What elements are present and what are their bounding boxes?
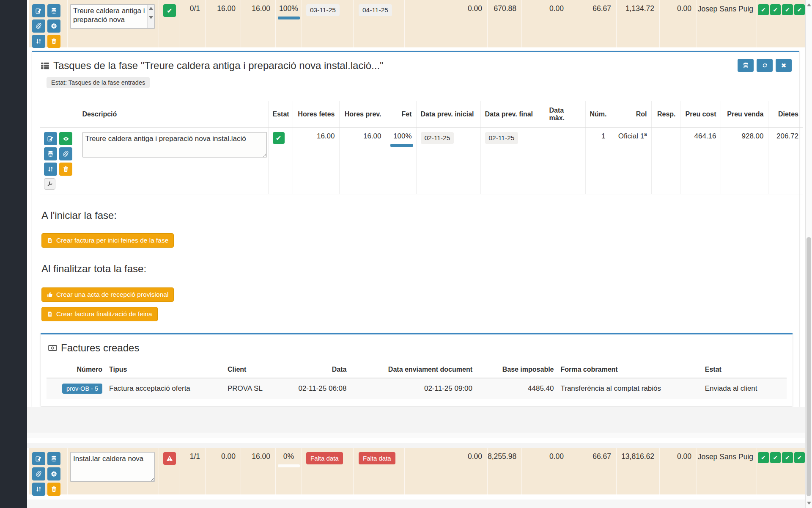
col-fet: Fet xyxy=(386,101,416,128)
phase-status-check-button[interactable]: ✔ xyxy=(163,4,176,17)
factures-table: Número Tipus Client Data Data enviament … xyxy=(47,362,787,399)
phase-cost-4: 66.67 xyxy=(569,448,617,494)
trash-icon[interactable] xyxy=(59,163,72,176)
check-toggle-4[interactable]: ✔ xyxy=(794,452,805,463)
scrollbar-up-icon[interactable] xyxy=(807,3,811,6)
sort-icon[interactable] xyxy=(32,483,45,496)
task-status-check-button[interactable]: ✔ xyxy=(273,132,285,144)
col-tipus: Tipus xyxy=(106,362,224,378)
col-data-max: Data màx. xyxy=(545,101,585,128)
sort-icon[interactable] xyxy=(44,163,57,176)
create-final-invoice-label: Crear factura finalització de feina xyxy=(56,310,152,318)
phase-hores-fetes: 0.00 xyxy=(206,448,241,494)
eye-icon[interactable] xyxy=(59,132,72,145)
sort-icon[interactable] xyxy=(32,35,45,48)
col-data: Data xyxy=(280,362,350,378)
phase-cost-2: 8,255.98 xyxy=(488,448,522,494)
phase-description-input[interactable]: Instal.lar caldera nova xyxy=(70,452,155,482)
scroll-down-icon[interactable] xyxy=(149,16,153,19)
on-finish-label: Al finalitzar tota la fase: xyxy=(41,263,792,275)
panel-refresh-button[interactable] xyxy=(757,59,773,72)
data-prev-inicial-missing-badge[interactable]: Falta data xyxy=(306,452,343,464)
data-prev-final-field[interactable]: 04-11-25 xyxy=(359,4,392,16)
check-toggle-4[interactable]: ✔ xyxy=(794,4,805,15)
task-data-prev-final-field[interactable]: 02-11-25 xyxy=(485,132,518,144)
data-prev-final-missing-badge[interactable]: Falta data xyxy=(359,452,395,464)
textarea-scrollbar[interactable] xyxy=(147,5,154,28)
task-data-prev-inicial-field[interactable]: 02-11-25 xyxy=(421,132,454,144)
phase-cost-1: 0.00 xyxy=(440,0,488,47)
factura-numero-badge[interactable]: prov-OB - 5 xyxy=(62,384,102,394)
factura-estat: Enviada al client xyxy=(702,378,787,399)
factura-data-enviament: 02-11-25 09:00 xyxy=(350,378,476,399)
task-preu-cost: 464.16 xyxy=(680,128,721,194)
factura-data: 02-11-25 06:08 xyxy=(280,378,350,399)
task-description-input[interactable]: Treure caldera antiga i preparació nova … xyxy=(82,132,267,157)
vertical-scrollbar[interactable] xyxy=(805,0,812,508)
col-actions xyxy=(40,101,78,128)
check-toggle-1[interactable]: ✔ xyxy=(758,4,769,15)
col-num: Núm. xyxy=(585,101,610,128)
database-icon[interactable] xyxy=(47,4,60,17)
phase-fet-percent: 0% xyxy=(283,452,294,461)
col-data-prev-inicial: Data prev. inicial xyxy=(416,101,480,128)
banknote-icon xyxy=(48,344,57,352)
create-final-invoice-button[interactable]: Crear factura finalització de feina xyxy=(41,307,158,321)
factura-base-imposable: 4485.40 xyxy=(476,378,557,399)
panel-database-button[interactable] xyxy=(738,59,754,72)
scroll-up-icon[interactable] xyxy=(149,7,153,10)
tasks-panel-title: Tasques de la fase "Treure caldera antig… xyxy=(53,60,384,72)
paperclip-icon[interactable] xyxy=(32,467,45,480)
panel-close-button[interactable]: ✖ xyxy=(776,59,792,72)
task-num: 1 xyxy=(585,128,610,194)
phase-cost-4: 66.67 xyxy=(569,0,617,47)
edit-icon[interactable] xyxy=(32,4,45,17)
phase-bottom-actions xyxy=(29,448,68,494)
create-start-invoice-button[interactable]: Crear factura per inici feines de la fas… xyxy=(41,233,174,248)
task-row: Treure caldera antiga i preparació nova … xyxy=(40,128,803,194)
check-toggle-2[interactable]: ✔ xyxy=(770,452,781,463)
phase-data-max xyxy=(405,0,440,47)
task-resp xyxy=(651,128,680,194)
edit-icon[interactable] xyxy=(32,452,45,465)
tasks-table-header-row: Descripció Estat Hores fetes Hores prev.… xyxy=(40,101,803,128)
factures-header-row: Número Tipus Client Data Data enviament … xyxy=(47,362,787,378)
thumbs-up-icon xyxy=(47,292,53,298)
edit-icon[interactable] xyxy=(44,132,57,145)
scrollbar-thumb[interactable] xyxy=(807,237,811,496)
create-acta-button[interactable]: Crear una acta de recepció provisional xyxy=(41,287,174,302)
phase-tasks-count: 0/1 xyxy=(179,0,206,47)
database-icon[interactable] xyxy=(44,147,57,160)
factura-row: prov-OB - 5 Factura acceptació oferta PR… xyxy=(47,378,787,399)
scrollbar-down-icon[interactable] xyxy=(807,502,811,505)
phase-warning-button[interactable] xyxy=(163,452,176,465)
col-base-imposable: Base imposable xyxy=(476,362,557,378)
task-hores-fetes: 16.00 xyxy=(293,128,339,194)
phase-fet-percent: 100% xyxy=(279,4,298,13)
phase-cost-2: 670.88 xyxy=(488,0,522,47)
factura-tipus: Factura acceptació oferta xyxy=(106,378,224,399)
gear-icon[interactable] xyxy=(47,467,60,480)
phase-hores-prev: 16.00 xyxy=(241,448,276,494)
check-toggle-3[interactable]: ✔ xyxy=(782,4,793,15)
paperclip-icon[interactable] xyxy=(59,147,72,160)
wrench-icon[interactable] xyxy=(44,178,55,190)
phase-responsable: Josep Sans Puig xyxy=(697,448,757,494)
data-prev-inicial-field[interactable]: 03-11-25 xyxy=(306,4,340,16)
main-content: Treure caldera antiga i preparació nova … xyxy=(27,0,805,508)
tasks-status-badge: Estat: Tasques de la fase entrades xyxy=(47,77,150,88)
gear-icon[interactable] xyxy=(47,19,60,33)
phase-cost-3: 0.00 xyxy=(522,448,569,494)
check-toggle-1[interactable]: ✔ xyxy=(758,452,769,463)
col-resp: Resp. xyxy=(651,101,680,128)
factura-forma-cobrament: Transferència al comptat rabiós xyxy=(557,378,702,399)
trash-icon[interactable] xyxy=(47,483,60,496)
trash-icon[interactable] xyxy=(47,35,60,48)
paperclip-icon[interactable] xyxy=(32,19,45,33)
database-icon[interactable] xyxy=(47,452,60,465)
check-toggle-2[interactable]: ✔ xyxy=(770,4,781,15)
check-toggle-3[interactable]: ✔ xyxy=(782,452,793,463)
phase-description-input[interactable]: Treure caldera antiga i preparació nova xyxy=(70,4,155,29)
file-icon xyxy=(47,237,53,243)
phase-tasks-count: 1/1 xyxy=(179,448,206,494)
